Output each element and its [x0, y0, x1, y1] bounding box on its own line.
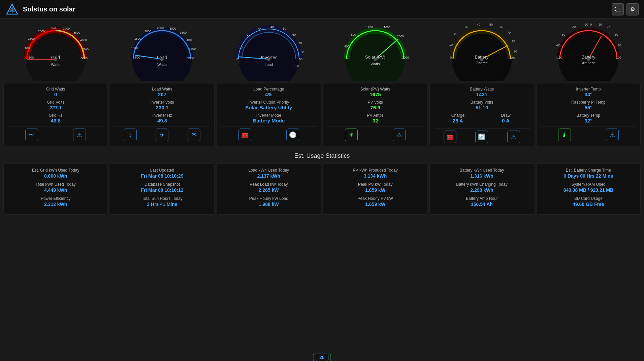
svg-text:Load: Load	[265, 63, 273, 67]
gauge-solar: 0 400 800 1200 1600 2000 2000 Solar (PV)…	[323, 22, 427, 81]
draw-field: Draw 0 A	[482, 113, 529, 123]
svg-text:10: 10	[449, 43, 453, 46]
svg-text:100: 100	[616, 56, 621, 59]
svg-text:60: 60	[500, 25, 503, 29]
inverter-mode-field: Inverter Mode Battery Mode	[221, 113, 317, 123]
svg-text:Charge: Charge	[476, 61, 488, 65]
svg-text:0: 0	[590, 23, 592, 26]
battery-refresh-icon[interactable]: 🔄	[475, 131, 488, 143]
svg-text:5000: 5000	[187, 57, 194, 60]
battery-ampere-value-badge: 28	[316, 354, 328, 361]
stat-card-load: Load kWh Used Today 2.137 kWh Peak Load …	[217, 164, 321, 215]
solar-panel-icon[interactable]: ☀	[345, 129, 358, 141]
solar-watts-field: Solar (PV) Watts 1675	[327, 87, 423, 97]
grid-alert-icon[interactable]: ⚠	[73, 129, 86, 141]
svg-point-48	[267, 58, 270, 61]
inverter-icons: 🧰 🕐	[221, 126, 317, 141]
svg-text:-40: -40	[572, 26, 576, 29]
gauge-load: 500 1000 1500 2000 2500 3000 3500 4000 4…	[110, 22, 214, 81]
app-title: Solstus on solar	[23, 5, 75, 13]
stat-card-system: Est. Battery Charge Time 0 Days 00 Hrs 2…	[536, 164, 641, 215]
svg-text:4000: 4000	[187, 38, 193, 42]
svg-text:40: 40	[477, 23, 480, 26]
grid-watts-field: Grid Watts 0	[8, 87, 103, 97]
inverter-temp-field: Inverter Temp 34°	[541, 87, 636, 97]
info-card-grid: Grid Watts 0 Grid Volts 227.1 Grid Hz 49…	[3, 83, 108, 146]
svg-text:1600: 1600	[384, 26, 390, 29]
svg-text:3500: 3500	[180, 31, 187, 34]
svg-text:1500: 1500	[134, 37, 141, 40]
settings-button[interactable]: ⚙	[626, 3, 639, 15]
stats-row: Est. Grid kWh Used Today 0.000 kWh Total…	[0, 161, 644, 218]
stat-card-time: Last Updated Fri Mar 08 10:10:29 Databas…	[110, 164, 214, 215]
solar-alert-icon[interactable]: ⚠	[393, 129, 406, 141]
svg-text:-100: -100	[556, 56, 562, 59]
svg-text:2500: 2500	[51, 26, 57, 30]
stat-card-pv: PV kWh Produced Today 3.134 kWh Peak PV …	[323, 164, 427, 215]
svg-text:40: 40	[607, 26, 610, 29]
header-controls: ⛶ ⚙	[612, 3, 639, 15]
svg-text:30: 30	[465, 25, 468, 29]
inverter-tool-icon[interactable]: 🧰	[238, 129, 251, 141]
svg-text:100: 100	[294, 64, 299, 68]
svg-text:3000: 3000	[63, 27, 70, 30]
svg-text:0: 0	[450, 56, 452, 59]
svg-text:4000: 4000	[80, 38, 87, 42]
charge-draw-row: Charge 28 A Draw 0 A	[434, 113, 529, 126]
fullscreen-button[interactable]: ⛶	[612, 3, 624, 15]
load-icons: ↕ ✈ ✉	[114, 126, 210, 141]
svg-text:90: 90	[299, 58, 302, 61]
svg-text:2000: 2000	[144, 30, 151, 33]
grid-wave-icon[interactable]: 〜	[25, 129, 38, 141]
svg-text:2500: 2500	[157, 26, 164, 30]
battery-icons: 🧰 🔄 ⚠	[434, 128, 529, 143]
svg-text:0: 0	[347, 56, 348, 59]
battery-volts-field: Battery Volts 51.10	[434, 100, 529, 110]
load-msg-icon[interactable]: ✉	[188, 129, 200, 141]
info-cards-row: Grid Watts 0 Grid Volts 227.1 Grid Hz 49…	[0, 81, 644, 148]
load-up-icon[interactable]: ↕	[124, 129, 137, 141]
inverter-clock-icon[interactable]: 🕐	[286, 129, 299, 141]
svg-text:60: 60	[292, 33, 296, 36]
svg-text:500: 500	[135, 56, 140, 59]
svg-text:800: 800	[351, 33, 356, 36]
battery-alert-icon[interactable]: ⚠	[507, 131, 520, 143]
temp-alert-icon[interactable]: ⚠	[606, 129, 619, 141]
svg-text:40: 40	[270, 25, 274, 29]
svg-text:Ampere: Ampere	[582, 61, 595, 65]
thermometer-icon[interactable]: 🌡	[558, 129, 571, 141]
svg-text:Watts: Watts	[371, 62, 380, 66]
info-card-load: Load Watts 207 Inverter Volts 230.1 Inve…	[110, 83, 214, 146]
svg-text:1500: 1500	[28, 37, 35, 40]
pv-amps-field: PV Amps 32	[327, 113, 423, 123]
svg-text:0: 0	[236, 58, 238, 61]
gauge-battery-charge: 0 10 20 30 40 50 60 70 80 90 100 Battery…	[429, 22, 534, 81]
svg-point-17	[54, 58, 57, 61]
svg-text:80: 80	[512, 40, 515, 43]
grid-volts-field: Grid Volts 227.1	[8, 100, 103, 110]
load-send-icon[interactable]: ✈	[156, 129, 168, 141]
info-card-temp: Inverter Temp 34° Raspberry Pi Temp 55° …	[536, 83, 641, 146]
grid-hz-field: Grid Hz 49.8	[8, 113, 103, 123]
info-card-solar: Solar (PV) Watts 1675 PV Volts 76.9 PV A…	[323, 83, 427, 146]
svg-text:30: 30	[258, 28, 261, 31]
load-watts-field: Load Watts 207	[114, 87, 210, 97]
stat-card-grid: Est. Grid kWh Used Today 0.000 kWh Total…	[3, 164, 108, 215]
header-left: Solstus on solar	[5, 3, 75, 16]
solar-icons: ☀ ⚠	[327, 126, 423, 141]
charge-field: Charge 28 A	[434, 113, 482, 123]
stats-title: Est. Usage Statistics	[0, 148, 644, 161]
svg-text:2000: 2000	[397, 35, 404, 38]
svg-text:3500: 3500	[73, 31, 80, 34]
svg-text:2000: 2000	[402, 56, 409, 59]
battery-tool-icon[interactable]: 🧰	[444, 131, 456, 143]
inverter-output-priority-field: Inverter Output Priority Solar Battery U…	[221, 100, 317, 110]
grid-icons: 〜 ⚠	[8, 126, 103, 141]
gauges-row: 500 1000 1500 2000 2500 3000 3500 4000 4…	[0, 19, 644, 81]
svg-point-76	[480, 58, 483, 61]
load-pct-field: Load Percentage 4%	[221, 87, 317, 97]
app-logo	[5, 3, 19, 16]
svg-point-92	[587, 58, 590, 61]
svg-text:400: 400	[344, 45, 349, 48]
svg-text:50: 50	[489, 23, 493, 26]
